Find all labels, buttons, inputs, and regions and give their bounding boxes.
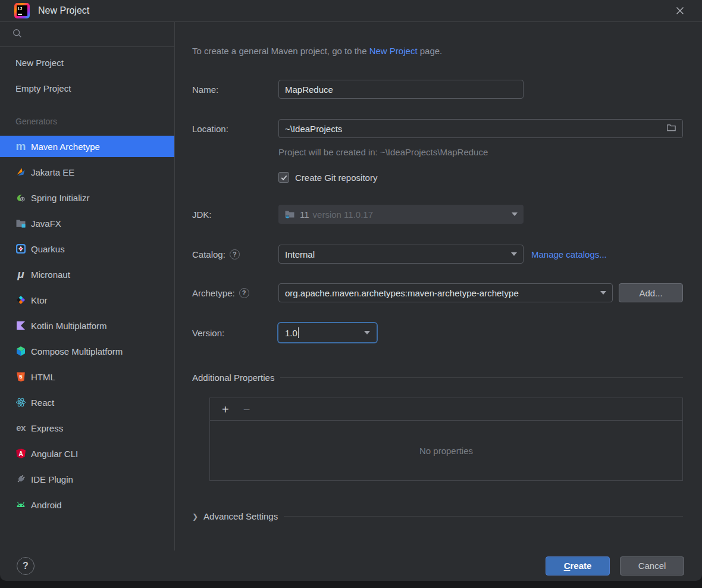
browse-folder-icon[interactable] — [666, 123, 676, 135]
sidebar-item-express[interactable]: exExpress — [0, 417, 174, 439]
sidebar-item-angular-cli[interactable]: AAngular CLI — [0, 443, 174, 464]
svg-text:A: A — [18, 451, 23, 457]
angular-icon: A — [15, 448, 26, 459]
archetype-label: Archetype: ? — [192, 288, 278, 298]
new-project-dialog: IJ New Project — [0, 0, 702, 581]
dialog-title: New Project — [38, 5, 89, 16]
sidebar-item-label: React — [31, 398, 54, 408]
sidebar-item-ide-plugin[interactable]: IDE Plugin — [0, 468, 174, 490]
advanced-settings-header[interactable]: ❯ Advanced Settings — [192, 511, 683, 521]
location-input[interactable]: ~\IdeaProjects — [278, 119, 683, 138]
sidebar-item-label: New Project — [15, 58, 64, 68]
location-value: ~\IdeaProjects — [285, 124, 342, 134]
jdk-select[interactable]: 11 version 11.0.17 — [278, 205, 524, 224]
micronaut-icon: μ — [15, 269, 26, 280]
git-checkbox-label[interactable]: Create Git repository — [295, 173, 377, 183]
git-checkbox[interactable] — [278, 172, 289, 183]
chevron-down-icon — [512, 212, 518, 216]
version-select[interactable]: 1.0 — [278, 323, 377, 342]
jdk-row: JDK: 11 version 11.0.17 — [192, 205, 683, 224]
jdk-folder-icon — [284, 209, 295, 220]
jdk-version-secondary: version 11.0.17 — [313, 209, 373, 220]
svg-text:5: 5 — [19, 373, 23, 380]
help-button[interactable]: ? — [17, 557, 35, 575]
location-row: Location: ~\IdeaProjects — [192, 119, 683, 138]
sidebar-item-react[interactable]: React — [0, 392, 174, 413]
name-value: MapReduce — [285, 85, 333, 95]
archetype-value: org.apache.maven.archetypes:maven-archet… — [285, 288, 519, 298]
maven-archetype-form: To create a general Maven project, go to… — [175, 22, 702, 551]
sidebar-item-label: Compose Multiplatform — [31, 346, 123, 356]
sidebar-item-quarkus[interactable]: Quarkus — [0, 238, 174, 259]
sidebar-item-compose-multiplatform[interactable]: Compose Multiplatform — [0, 340, 174, 362]
sidebar-item-label: Maven Archetype — [31, 142, 100, 152]
location-hint: Project will be created in: ~\IdeaProjec… — [278, 147, 488, 157]
cancel-button[interactable]: Cancel — [620, 556, 684, 576]
maven-icon: m — [15, 141, 26, 152]
generators-section-label: Generators — [15, 117, 174, 126]
sidebar-item-label: JavaFX — [31, 218, 61, 229]
sidebar-item-ktor[interactable]: Ktor — [0, 289, 174, 311]
sidebar-item-javafx[interactable]: JavaFX — [0, 212, 174, 234]
sidebar-item-label: Kotlin Multiplatform — [31, 321, 107, 331]
jdk-version-primary: 11 — [300, 209, 309, 220]
sidebar-item-new-project[interactable]: New Project — [0, 51, 174, 74]
chevron-down-icon — [600, 291, 606, 295]
create-button[interactable]: Create — [546, 556, 610, 576]
generator-sidebar: New Project Empty Project Generators mMa… — [0, 22, 175, 551]
chevron-down-icon — [364, 331, 370, 334]
manage-catalogs-link[interactable]: Manage catalogs... — [531, 249, 607, 259]
location-label: Location: — [192, 124, 278, 134]
generators-list: mMaven ArchetypeJakarta EESpring Initial… — [0, 136, 174, 551]
archetype-select[interactable]: org.apache.maven.archetypes:maven-archet… — [278, 283, 613, 302]
new-project-link[interactable]: New Project — [369, 46, 418, 56]
version-value: 1.0 — [285, 328, 297, 338]
name-input[interactable]: MapReduce — [278, 80, 524, 99]
sidebar-item-html[interactable]: 5HTML — [0, 366, 174, 387]
jdk-label: JDK: — [192, 209, 278, 220]
sidebar-item-jakarta-ee[interactable]: Jakarta EE — [0, 161, 174, 183]
sidebar-item-label: Angular CLI — [31, 449, 78, 459]
remove-property-icon[interactable]: − — [243, 404, 250, 415]
catalog-row: Catalog: ? Internal Manage catalogs... — [192, 245, 683, 264]
sidebar-item-label: HTML — [31, 372, 55, 382]
spring-icon — [15, 192, 26, 203]
sidebar-item-label: Jakarta EE — [31, 167, 74, 177]
sidebar-item-kotlin-multiplatform[interactable]: Kotlin Multiplatform — [0, 315, 174, 336]
name-label: Name: — [192, 85, 278, 95]
close-icon[interactable] — [673, 4, 687, 17]
jakarta-ee-icon — [15, 167, 26, 177]
info-banner: To create a general Maven project, go to… — [192, 46, 683, 56]
sidebar-item-label: Quarkus — [31, 244, 65, 254]
chevron-down-icon — [511, 252, 517, 256]
desktop-background: IJ New Project — [0, 0, 702, 588]
additional-properties-header: Additional Properties — [192, 373, 683, 383]
android-icon — [15, 499, 26, 510]
archetype-row: Archetype: ? org.apache.maven.archetypes… — [192, 283, 683, 302]
search-icon — [12, 28, 23, 41]
add-property-icon[interactable]: + — [222, 404, 229, 415]
project-type-list: New Project Empty Project — [0, 47, 174, 102]
sidebar-item-label: Empty Project — [15, 83, 71, 93]
additional-properties-panel: + − No properties — [209, 398, 683, 481]
sidebar-item-label: IDE Plugin — [31, 474, 73, 484]
catalog-help-icon[interactable]: ? — [230, 249, 240, 259]
add-archetype-button[interactable]: Add... — [619, 283, 683, 302]
javafx-icon — [15, 218, 26, 229]
html5-icon: 5 — [15, 371, 26, 382]
chevron-right-icon: ❯ — [192, 512, 198, 521]
text-caret — [298, 327, 299, 338]
sidebar-item-android[interactable]: Android — [0, 494, 174, 515]
catalog-label: Catalog: ? — [192, 249, 278, 259]
sidebar-item-spring-initializr[interactable]: Spring Initializr — [0, 187, 174, 208]
express-icon: ex — [15, 423, 26, 433]
archetype-help-icon[interactable]: ? — [239, 288, 249, 298]
sidebar-item-micronaut[interactable]: μMicronaut — [0, 264, 174, 285]
sidebar-item-label: Android — [31, 500, 62, 510]
catalog-select[interactable]: Internal — [278, 245, 524, 264]
generator-search-input[interactable] — [0, 22, 174, 47]
sidebar-item-maven-archetype[interactable]: mMaven Archetype — [0, 136, 174, 157]
plugin-icon — [15, 474, 26, 484]
sidebar-item-empty-project[interactable]: Empty Project — [0, 77, 174, 99]
ktor-icon — [15, 295, 26, 305]
